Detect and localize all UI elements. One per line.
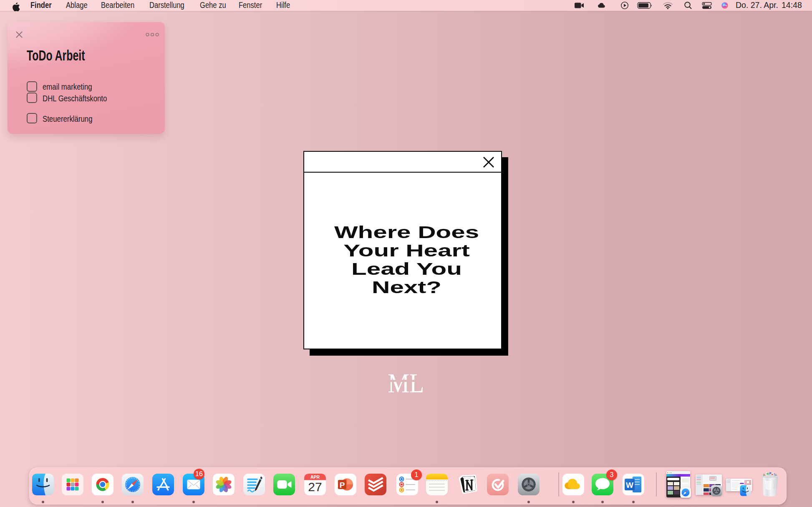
svg-text:W: W xyxy=(626,481,633,489)
svg-text:P: P xyxy=(340,481,345,489)
svg-text:27: 27 xyxy=(308,480,322,494)
svg-text:APR: APR xyxy=(310,474,320,479)
